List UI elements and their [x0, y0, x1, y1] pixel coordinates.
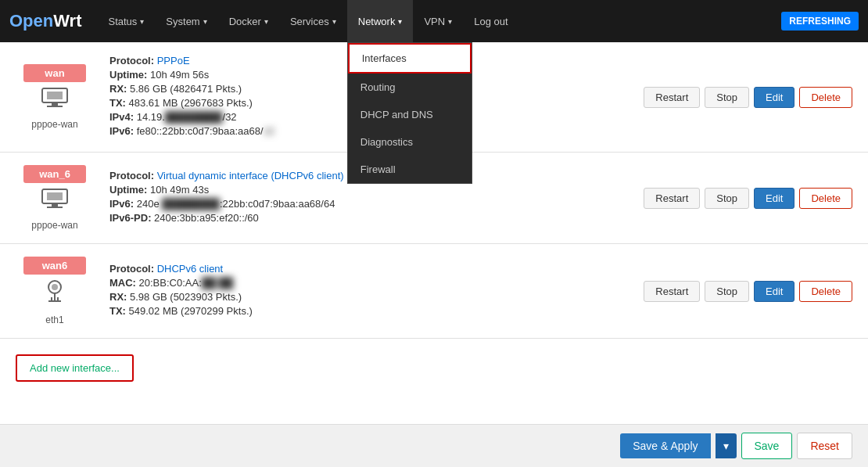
interface-icon-wan6-eth — [41, 279, 69, 310]
interface-subname-wan6-eth: eth1 — [45, 314, 63, 325]
delete-button-wan[interactable]: Delete — [799, 87, 852, 108]
brand: OpenWrt — [9, 11, 82, 31]
network-dropdown: Interfaces Routing DHCP and DNS Diagnost… — [347, 42, 472, 184]
stop-button-wan6-eth[interactable]: Stop — [705, 281, 749, 302]
dropdown-dhcp-dns[interactable]: DHCP and DNS — [348, 101, 472, 128]
nav-network[interactable]: Network ▾ Interfaces Routing DHCP and DN… — [347, 0, 414, 42]
nav-vpn[interactable]: VPN ▾ — [413, 0, 463, 42]
services-arrow: ▾ — [332, 17, 336, 26]
nav-system[interactable]: System ▾ — [155, 0, 217, 42]
status-arrow: ▾ — [140, 17, 144, 26]
detail-tx-wan6-eth: TX: 549.02 MB (2970299 Pkts.) — [109, 305, 644, 317]
brand-open: Open — [9, 11, 53, 31]
restart-button-wan[interactable]: Restart — [644, 87, 700, 108]
refreshing-badge: REFRESHING — [781, 12, 859, 31]
nav-items: Status ▾ System ▾ Docker ▾ Services ▾ Ne… — [98, 0, 782, 42]
save-apply-dropdown-button[interactable]: ▾ — [716, 433, 737, 444]
docker-arrow: ▾ — [264, 17, 268, 26]
svg-rect-1 — [47, 92, 63, 99]
interface-name-wan6: wan_6 — [23, 165, 86, 183]
svg-rect-2 — [52, 102, 58, 106]
nav-status[interactable]: Status ▾ — [98, 0, 156, 42]
dropdown-firewall[interactable]: Firewall — [348, 156, 472, 183]
dropdown-routing[interactable]: Routing — [348, 74, 472, 101]
action-buttons-wan: Restart Stop Edit Delete — [644, 87, 852, 108]
svg-rect-6 — [52, 203, 58, 207]
brand-wrt: Wrt — [53, 11, 81, 31]
action-buttons-wan6: Restart Stop Edit Delete — [644, 188, 852, 209]
edit-button-wan[interactable]: Edit — [754, 87, 794, 108]
interface-name-wan: wan — [23, 64, 86, 82]
save-apply-button[interactable]: Save & Apply — [620, 433, 710, 444]
network-arrow: ▾ — [398, 17, 402, 26]
action-buttons-wan6-eth: Restart Stop Edit Delete — [644, 281, 852, 302]
detail-protocol-wan6-eth: Protocol: DHCPv6 client — [109, 263, 644, 275]
interface-subname-wan6: pppoe-wan — [31, 220, 77, 231]
svg-rect-7 — [47, 207, 63, 208]
navbar: OpenWrt Status ▾ System ▾ Docker ▾ Servi… — [0, 0, 868, 42]
svg-rect-5 — [47, 192, 63, 200]
stop-button-wan[interactable]: Stop — [705, 87, 749, 108]
add-interface-button[interactable]: Add new interface... — [16, 354, 134, 382]
interface-card-wan: wan pppoe-wan — [16, 64, 94, 130]
interface-details-wan6-eth: Protocol: DHCPv6 client MAC: 20:BB:C0:AA… — [109, 263, 644, 319]
system-arrow: ▾ — [203, 17, 207, 26]
detail-ipv6pd-wan6: IPv6-PD: 240e:3bb:a95:ef20::/60 — [109, 212, 644, 224]
reset-button[interactable]: Reset — [797, 433, 852, 444]
interface-subname-wan: pppoe-wan — [31, 119, 77, 130]
svg-point-13 — [52, 284, 58, 290]
save-button[interactable]: Save — [741, 433, 793, 444]
edit-button-wan6-eth[interactable]: Edit — [754, 281, 794, 302]
interface-card-wan6: wan_6 pppoe-wan — [16, 165, 94, 231]
interface-card-wan6-eth: wan6 eth1 — [16, 257, 94, 325]
restart-button-wan6[interactable]: Restart — [644, 188, 700, 209]
nav-docker[interactable]: Docker ▾ — [218, 0, 279, 42]
bottom-action-bar: Save & Apply ▾ Save Reset — [0, 424, 868, 444]
vpn-arrow: ▾ — [448, 17, 452, 26]
interface-row-wan6-eth: wan6 eth1 Protocol: DHCPv6 client MAC: 2… — [0, 244, 868, 339]
nav-services[interactable]: Services ▾ — [279, 0, 347, 42]
detail-rx-wan6-eth: RX: 5.98 GB (5023903 Pkts.) — [109, 291, 644, 303]
nav-logout[interactable]: Log out — [463, 0, 518, 42]
detail-mac-wan6-eth: MAC: 20:BB:C0:AA:██:██ — [109, 277, 644, 289]
add-interface-section: Add new interface... — [0, 339, 868, 397]
interface-icon-wan — [41, 87, 69, 114]
delete-button-wan6-eth[interactable]: Delete — [799, 281, 852, 302]
stop-button-wan6[interactable]: Stop — [705, 188, 749, 209]
svg-rect-3 — [47, 106, 63, 107]
restart-button-wan6-eth[interactable]: Restart — [644, 281, 700, 302]
delete-button-wan6[interactable]: Delete — [799, 188, 852, 209]
dropdown-interfaces[interactable]: Interfaces — [348, 43, 472, 74]
interface-icon-wan6 — [41, 188, 69, 215]
detail-ipv6-wan6: IPv6: 240e:████████:22bb:c0d7:9baa:aa68/… — [109, 198, 644, 210]
detail-uptime-wan6: Uptime: 10h 49m 43s — [109, 184, 644, 196]
interface-name-wan6-eth: wan6 — [23, 257, 86, 275]
dropdown-diagnostics[interactable]: Diagnostics — [348, 128, 472, 156]
edit-button-wan6[interactable]: Edit — [754, 188, 794, 209]
